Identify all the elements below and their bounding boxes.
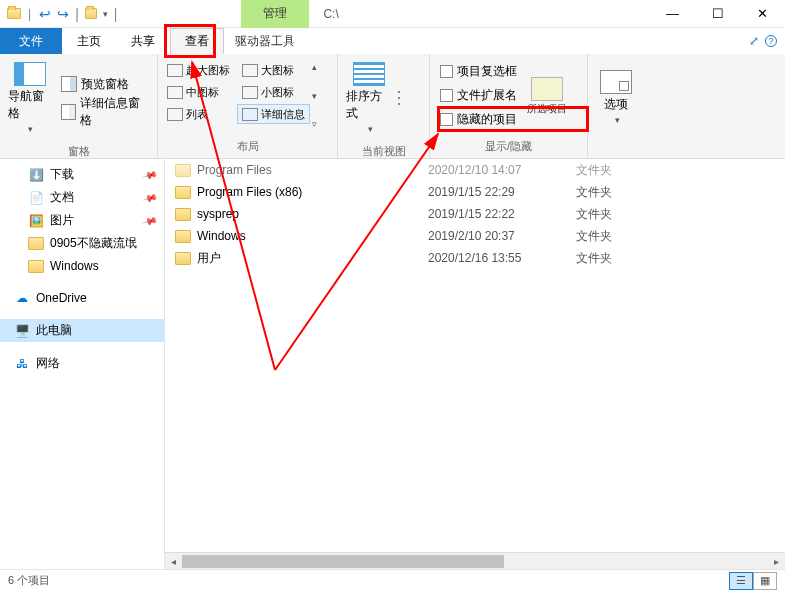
details-pane-button[interactable]: 详细信息窗格 <box>57 101 151 123</box>
pc-icon: 🖥️ <box>14 323 30 339</box>
add-columns-icon[interactable] <box>398 97 400 99</box>
item-checkboxes-toggle[interactable]: 项目复选框 <box>436 61 521 83</box>
size-columns-icon[interactable] <box>398 103 400 105</box>
nav-network[interactable]: 🖧网络 <box>0 352 164 375</box>
folder-icon <box>175 252 191 265</box>
folder-icon <box>175 230 191 243</box>
nav-pane-button[interactable]: 导航窗格 ▾ <box>6 58 53 138</box>
tab-file[interactable]: 文件 <box>0 28 62 54</box>
nav-pane-label: 导航窗格 <box>8 88 51 122</box>
cloud-icon: ☁ <box>14 290 30 306</box>
group-label-layout: 布局 <box>158 137 337 158</box>
table-row[interactable]: Program Files 2020/12/10 14:07 文件夹 <box>165 159 785 181</box>
options-button[interactable]: 选项 ▾ <box>594 58 638 136</box>
help-icon[interactable]: ? <box>765 35 777 47</box>
horizontal-scrollbar[interactable]: ◂ ▸ <box>165 552 785 569</box>
layout-large-icons[interactable]: 大图标 <box>237 60 310 80</box>
maximize-button[interactable]: ☐ <box>695 0 740 28</box>
content-area: ⬇️下载 📄文档 🖼️图片 0905不隐藏流氓 Windows ☁OneDriv… <box>0 159 785 569</box>
contextual-tab-manage[interactable]: 管理 <box>241 0 309 28</box>
layout-expand-icon[interactable]: ▿ <box>312 119 317 129</box>
status-bar: 6 个项目 ☰ ▦ <box>0 569 785 591</box>
tab-home[interactable]: 主页 <box>62 28 116 54</box>
group-by-icon[interactable] <box>398 91 400 93</box>
options-label: 选项 <box>604 96 628 113</box>
tab-driver-tools[interactable]: 驱动器工具 <box>224 28 306 54</box>
folder-icon <box>175 164 191 177</box>
table-row[interactable]: Windows 2019/2/10 20:37 文件夹 <box>165 225 785 247</box>
folder-qat-icon[interactable] <box>83 6 99 22</box>
layout-details[interactable]: 详细信息 <box>237 104 310 124</box>
close-button[interactable]: ✕ <box>740 0 785 28</box>
window-title-path: C:\ <box>323 7 338 21</box>
ribbon-tabstrip: 文件 主页 共享 查看 驱动器工具 ⤢ ? <box>0 28 785 54</box>
layout-small-icons[interactable]: 小图标 <box>237 82 310 102</box>
hidden-items-toggle[interactable]: 隐藏的项目 <box>436 109 521 131</box>
file-extensions-toggle[interactable]: 文件扩展名 <box>436 85 521 107</box>
sort-by-label: 排序方式 <box>346 88 392 122</box>
item-count: 6 个项目 <box>8 573 50 588</box>
nav-onedrive[interactable]: ☁OneDrive <box>0 287 164 309</box>
document-icon: 📄 <box>28 190 44 206</box>
folder-icon <box>28 258 44 274</box>
folder-icon <box>175 186 191 199</box>
preview-pane-button[interactable]: 预览窗格 <box>57 73 151 95</box>
scroll-left-icon[interactable]: ◂ <box>165 556 182 567</box>
layout-medium-icons[interactable]: 中图标 <box>162 82 235 102</box>
ribbon: 导航窗格 ▾ 预览窗格 详细信息窗格 窗格 超大图标 中图标 列表 <box>0 54 785 159</box>
nav-documents[interactable]: 📄文档 <box>0 186 164 209</box>
quick-access-toolbar: ↩ ↪ | ▾ | <box>37 6 119 22</box>
sort-by-button[interactable]: 排序方式 ▾ <box>344 58 394 138</box>
minimize-button[interactable]: — <box>650 0 695 28</box>
title-bar: | ↩ ↪ | ▾ | 管理 C:\ — ☐ ✕ <box>0 0 785 28</box>
table-row[interactable]: Program Files (x86) 2019/1/15 22:29 文件夹 <box>165 181 785 203</box>
picture-icon: 🖼️ <box>28 213 44 229</box>
nav-folder-windows[interactable]: Windows <box>0 255 164 277</box>
folder-icon <box>28 236 44 252</box>
file-list-pane: Program Files 2020/12/10 14:07 文件夹 Progr… <box>165 159 785 569</box>
file-list[interactable]: Program Files 2020/12/10 14:07 文件夹 Progr… <box>165 159 785 552</box>
table-row[interactable]: 用户 2020/12/16 13:55 文件夹 <box>165 247 785 269</box>
view-details-button[interactable]: ☰ <box>729 572 753 590</box>
group-label-showhide: 显示/隐藏 <box>430 137 587 158</box>
nav-pictures[interactable]: 🖼️图片 <box>0 209 164 232</box>
app-icon <box>6 6 22 22</box>
ribbon-collapse-icon[interactable]: ⤢ <box>749 34 759 48</box>
table-row[interactable]: sysprep 2019/1/15 22:22 文件夹 <box>165 203 785 225</box>
layout-scroll-down-icon[interactable]: ▾ <box>312 91 317 101</box>
layout-scroll-up-icon[interactable]: ▴ <box>312 62 317 72</box>
tab-view[interactable]: 查看 <box>170 28 224 54</box>
nav-folder-custom1[interactable]: 0905不隐藏流氓 <box>0 232 164 255</box>
scroll-thumb[interactable] <box>182 555 504 568</box>
folder-icon <box>175 208 191 221</box>
network-icon: 🖧 <box>14 356 30 372</box>
view-large-button[interactable]: ▦ <box>753 572 777 590</box>
undo-icon[interactable]: ↩ <box>37 6 53 22</box>
tab-share[interactable]: 共享 <box>116 28 170 54</box>
nav-downloads[interactable]: ⬇️下载 <box>0 163 164 186</box>
hide-selected-label: 所选项目 <box>527 103 567 114</box>
navigation-pane[interactable]: ⬇️下载 📄文档 🖼️图片 0905不隐藏流氓 Windows ☁OneDriv… <box>0 159 165 569</box>
layout-xlarge-icons[interactable]: 超大图标 <box>162 60 235 80</box>
nav-this-pc[interactable]: 🖥️此电脑 <box>0 319 164 342</box>
download-icon: ⬇️ <box>28 167 44 183</box>
redo-icon[interactable]: ↪ <box>55 6 71 22</box>
scroll-right-icon[interactable]: ▸ <box>768 556 785 567</box>
hide-selected-button[interactable]: 所选项目 <box>525 58 569 133</box>
layout-list[interactable]: 列表 <box>162 104 235 124</box>
